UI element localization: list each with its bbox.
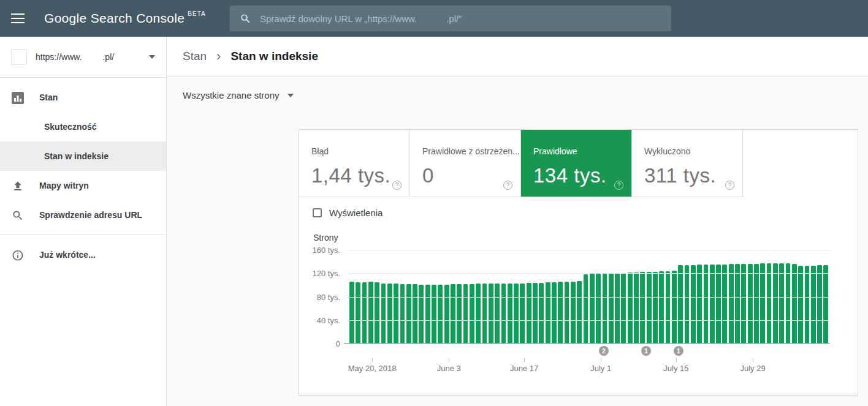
bar[interactable] bbox=[817, 265, 822, 344]
bar[interactable] bbox=[356, 282, 360, 344]
bar[interactable] bbox=[552, 282, 557, 344]
page-filter-dropdown[interactable]: Wszystkie znane strony bbox=[183, 90, 294, 100]
bar[interactable] bbox=[805, 266, 810, 344]
bar[interactable] bbox=[394, 284, 398, 344]
bar[interactable] bbox=[716, 265, 721, 344]
bar[interactable] bbox=[508, 284, 512, 344]
bar[interactable] bbox=[520, 284, 525, 344]
bar[interactable] bbox=[400, 284, 405, 344]
bar[interactable] bbox=[476, 284, 481, 344]
bar[interactable] bbox=[653, 272, 658, 344]
bar[interactable] bbox=[571, 282, 576, 344]
bar[interactable] bbox=[590, 274, 595, 344]
bar[interactable] bbox=[368, 282, 373, 344]
bar[interactable] bbox=[615, 273, 620, 344]
annotation-badge[interactable]: 1 bbox=[641, 346, 651, 356]
bar[interactable] bbox=[558, 282, 563, 344]
bar[interactable] bbox=[798, 266, 803, 344]
bar[interactable] bbox=[640, 272, 645, 344]
bar[interactable] bbox=[603, 274, 607, 344]
bar[interactable] bbox=[634, 273, 639, 344]
bar[interactable] bbox=[406, 284, 411, 344]
annotation-badge[interactable]: 2 bbox=[599, 346, 609, 356]
sidebar-item-mapy-witryn[interactable]: Mapy witryn bbox=[0, 171, 166, 200]
bar[interactable] bbox=[773, 263, 778, 344]
bar[interactable] bbox=[697, 265, 702, 344]
bar[interactable] bbox=[349, 282, 354, 344]
breadcrumb-parent[interactable]: Stan bbox=[183, 50, 207, 63]
bar[interactable] bbox=[735, 264, 740, 344]
bar[interactable] bbox=[577, 281, 582, 344]
bar[interactable] bbox=[628, 273, 633, 344]
bar[interactable] bbox=[767, 263, 772, 344]
url-inspection-input[interactable]: Sprawdź dowolny URL w „https://www..pl/” bbox=[230, 6, 671, 31]
annotation-badge[interactable]: 1 bbox=[674, 346, 683, 356]
status-tile-valid-with-warnings[interactable]: Prawidłowe z ostrzeżen... 0 ? bbox=[410, 130, 521, 197]
bar[interactable] bbox=[678, 265, 683, 344]
bar[interactable] bbox=[760, 263, 765, 344]
bar[interactable] bbox=[779, 263, 784, 344]
status-tile-valid[interactable]: Prawidłowe 134 tys. ? bbox=[521, 130, 632, 197]
bar[interactable] bbox=[811, 266, 816, 344]
help-icon[interactable]: ? bbox=[392, 181, 402, 190]
hamburger-menu-icon[interactable] bbox=[11, 13, 25, 23]
property-selector[interactable]: https://www..pl/ bbox=[0, 37, 166, 78]
impressions-checkbox[interactable] bbox=[313, 208, 322, 217]
bar[interactable] bbox=[425, 285, 430, 344]
bar[interactable] bbox=[710, 265, 715, 344]
bar[interactable] bbox=[647, 272, 652, 344]
bar[interactable] bbox=[741, 264, 746, 344]
bar[interactable] bbox=[691, 265, 696, 344]
bar[interactable] bbox=[823, 265, 828, 344]
bar[interactable] bbox=[596, 274, 601, 344]
bar[interactable] bbox=[546, 282, 550, 344]
bar[interactable] bbox=[495, 284, 500, 344]
bar[interactable] bbox=[722, 265, 727, 344]
sidebar-item-juz-wkrotce[interactable]: Już wkrótce... bbox=[0, 240, 166, 269]
bar[interactable] bbox=[489, 284, 493, 344]
bar[interactable] bbox=[514, 284, 519, 344]
bar[interactable] bbox=[609, 273, 614, 344]
sidebar-item-sprawdzenie-url[interactable]: Sprawdzenie adresu URL bbox=[0, 200, 166, 230]
bar[interactable] bbox=[463, 284, 468, 344]
bar[interactable] bbox=[501, 284, 506, 344]
bar[interactable] bbox=[381, 284, 386, 344]
bar[interactable] bbox=[584, 274, 588, 344]
sidebar-item-skutecznosc[interactable]: Skuteczność bbox=[0, 112, 166, 141]
sidebar-item-stan-w-indeksie[interactable]: Stan w indeksie bbox=[0, 141, 166, 171]
bar[interactable] bbox=[786, 263, 791, 344]
bar[interactable] bbox=[470, 284, 474, 344]
bar[interactable] bbox=[659, 271, 664, 344]
bar[interactable] bbox=[444, 285, 449, 344]
bar[interactable] bbox=[482, 284, 487, 344]
bar[interactable] bbox=[672, 271, 677, 344]
help-icon[interactable]: ? bbox=[614, 181, 623, 190]
bar[interactable] bbox=[387, 284, 392, 344]
impressions-toggle[interactable]: Wyświetlenia bbox=[313, 208, 383, 218]
help-icon[interactable]: ? bbox=[725, 181, 734, 190]
bar[interactable] bbox=[362, 282, 367, 344]
bar[interactable] bbox=[565, 282, 569, 344]
bar[interactable] bbox=[527, 283, 531, 344]
bar[interactable] bbox=[432, 285, 436, 344]
bar[interactable] bbox=[438, 285, 443, 344]
bar[interactable] bbox=[419, 285, 424, 344]
bar[interactable] bbox=[375, 282, 379, 344]
bar[interactable] bbox=[729, 264, 734, 344]
bar[interactable] bbox=[457, 284, 462, 344]
help-icon[interactable]: ? bbox=[503, 181, 512, 190]
status-tile-error[interactable]: Błąd 1,44 tys. ? bbox=[299, 130, 410, 197]
sidebar-item-stan[interactable]: Stan bbox=[0, 83, 166, 112]
status-tile-excluded[interactable]: Wykluczono 311 tys. ? bbox=[632, 130, 743, 197]
bar[interactable] bbox=[748, 264, 753, 344]
bar[interactable] bbox=[539, 283, 544, 344]
bar[interactable] bbox=[685, 265, 690, 344]
bar[interactable] bbox=[533, 283, 538, 344]
bar[interactable] bbox=[704, 265, 709, 344]
bar[interactable] bbox=[621, 273, 626, 344]
bar[interactable] bbox=[451, 284, 455, 344]
bar[interactable] bbox=[792, 264, 797, 344]
bar[interactable] bbox=[413, 284, 417, 344]
bar[interactable] bbox=[754, 264, 759, 344]
bar[interactable] bbox=[666, 271, 671, 344]
